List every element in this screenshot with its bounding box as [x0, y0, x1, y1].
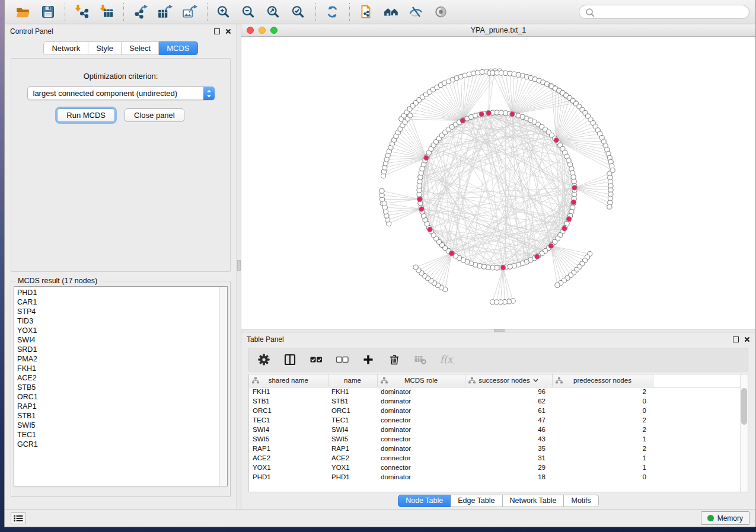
zoom-fit-icon: [266, 5, 282, 19]
mcds-result-item[interactable]: SRD1: [17, 345, 227, 354]
mcds-result-item[interactable]: CAR1: [17, 297, 227, 307]
memory-button[interactable]: Memory: [701, 511, 749, 525]
graph-mcds-node: [562, 226, 567, 231]
table-row[interactable]: SWI4SWI4dominator462: [249, 425, 748, 434]
export-image-button[interactable]: [178, 2, 203, 22]
close-panel-button[interactable]: [225, 28, 231, 34]
graph-mcds-node: [566, 216, 571, 221]
close-panel-action-button[interactable]: Close panel: [125, 108, 184, 122]
import-network-icon: [74, 5, 90, 19]
delete-column-button[interactable]: [385, 351, 403, 368]
minimize-window-icon[interactable]: [259, 27, 266, 34]
column-header-MCDS-role[interactable]: MCDS role: [377, 374, 465, 387]
search-box[interactable]: [579, 5, 749, 19]
mcds-result-item[interactable]: PHD1: [17, 288, 227, 297]
select-all-checkboxes-button[interactable]: [307, 351, 325, 368]
mcds-result-item[interactable]: SWI4: [17, 335, 227, 345]
eye-button[interactable]: [429, 2, 454, 22]
tab-network-table[interactable]: Network Table: [503, 495, 564, 507]
zoom-out-button[interactable]: [237, 2, 261, 22]
mcds-result-item[interactable]: SWI5: [17, 421, 227, 430]
close-window-icon[interactable]: [247, 27, 254, 34]
network-graph[interactable]: [241, 37, 752, 329]
clear-selection-checkboxes-button[interactable]: [333, 351, 351, 368]
maximize-window-icon[interactable]: [270, 27, 277, 34]
graph-node: [481, 264, 486, 269]
export-table-button[interactable]: [153, 2, 178, 22]
mcds-result-item[interactable]: TID3: [17, 316, 227, 326]
task-history-button[interactable]: [11, 512, 26, 524]
network-canvas[interactable]: [241, 37, 755, 329]
table-scrollbar-thumb[interactable]: [741, 388, 747, 425]
export-network-button[interactable]: [128, 2, 153, 22]
table-row[interactable]: YOX1YOX1connector291: [249, 463, 748, 472]
mcds-result-item[interactable]: FKH1: [17, 364, 227, 373]
mcds-result-item[interactable]: STB5: [17, 383, 227, 392]
table-row[interactable]: PHD1PHD1dominator180: [249, 472, 748, 482]
search-input[interactable]: [598, 8, 744, 16]
tab-select[interactable]: Select: [122, 41, 159, 55]
tab-mcds[interactable]: MCDS: [159, 41, 197, 55]
memory-label: Memory: [717, 514, 743, 523]
vertical-splitter[interactable]: [237, 24, 241, 509]
optimization-criterion-select[interactable]: largest connected component (undirected): [27, 86, 215, 100]
graph-mcds-node: [572, 185, 577, 190]
import-network-button[interactable]: [69, 2, 94, 22]
mcds-result-item[interactable]: TEC1: [17, 430, 227, 440]
result-list-scrollbar[interactable]: [219, 287, 227, 486]
vertical-splitter-handle[interactable]: [237, 260, 241, 271]
zoom-in-button[interactable]: [212, 2, 237, 22]
settings-gear-button[interactable]: [255, 351, 273, 368]
import-table-button[interactable]: [94, 2, 119, 22]
open-folder-button[interactable]: [11, 2, 36, 22]
save-button[interactable]: [36, 2, 60, 22]
tab-style[interactable]: Style: [88, 41, 122, 55]
houses-button[interactable]: [379, 2, 404, 22]
mcds-result-item[interactable]: STB1: [17, 411, 227, 421]
table-scrollbar[interactable]: [740, 374, 748, 492]
document-network-button[interactable]: [354, 2, 379, 22]
table-row[interactable]: TEC1TEC1connector472: [249, 415, 748, 425]
table-row[interactable]: STB1STB1dominator620: [249, 396, 748, 406]
mcds-result-list[interactable]: PHD1CAR1STP4TID3YOX1SWI4SRD1PMA2FKH1ACE2…: [14, 286, 228, 486]
run-mcds-button[interactable]: Run MCDS: [57, 108, 115, 122]
table-row[interactable]: ORC1ORC1dominator610: [249, 406, 748, 415]
close-table-panel-button[interactable]: [744, 336, 750, 342]
float-table-panel-button[interactable]: [733, 336, 739, 342]
mcds-result-item[interactable]: STP4: [17, 307, 227, 316]
zoom-fit-button[interactable]: [261, 2, 286, 22]
tab-node-table[interactable]: Node Table: [398, 495, 451, 507]
table-panel-title: Table Panel: [247, 335, 284, 344]
tab-edge-table[interactable]: Edge Table: [451, 495, 502, 507]
mcds-result-item[interactable]: PMA2: [17, 354, 227, 364]
column-header-name[interactable]: name: [328, 374, 377, 387]
table-row[interactable]: FKH1FKH1dominator962: [249, 387, 748, 396]
horizontal-splitter[interactable]: [241, 329, 755, 332]
tab-motifs[interactable]: Motifs: [564, 495, 598, 507]
horizontal-splitter-handle[interactable]: [494, 329, 505, 332]
mcds-result-item[interactable]: RAP1: [17, 402, 227, 411]
column-header-shared-name[interactable]: shared name: [249, 374, 328, 387]
graph-mcds-node: [535, 254, 540, 259]
node-table: shared namenameMCDS rolesuccessor nodesp…: [249, 374, 748, 482]
mcds-result-item[interactable]: YOX1: [17, 326, 227, 335]
add-column-button[interactable]: [359, 351, 377, 368]
column-header-predecessor-nodes[interactable]: predecessor nodes: [552, 374, 653, 387]
column-header-successor-nodes[interactable]: successor nodes: [465, 374, 552, 387]
table-row[interactable]: SWI5SWI5connector431: [249, 434, 748, 444]
table-row[interactable]: RAP1RAP1dominator352: [249, 444, 748, 453]
mcds-result-item[interactable]: ACE2: [17, 373, 227, 383]
mcds-result-item[interactable]: GCR1: [17, 440, 227, 449]
table-row[interactable]: ACE2ACE2connector311: [249, 453, 748, 463]
table-tabs: Node TableEdge TableNetwork TableMotifs: [241, 492, 755, 509]
zoom-selected-button[interactable]: [286, 2, 311, 22]
houses-icon: [384, 5, 399, 19]
refresh-button[interactable]: [320, 2, 345, 22]
column-type-icon: [468, 377, 476, 384]
column-split-button[interactable]: [281, 351, 299, 368]
float-panel-button[interactable]: [214, 28, 220, 34]
eye-slash-button[interactable]: [404, 2, 429, 22]
tab-network[interactable]: Network: [43, 41, 88, 55]
delete-table-icon: [413, 353, 428, 366]
mcds-result-item[interactable]: ORC1: [17, 392, 227, 402]
